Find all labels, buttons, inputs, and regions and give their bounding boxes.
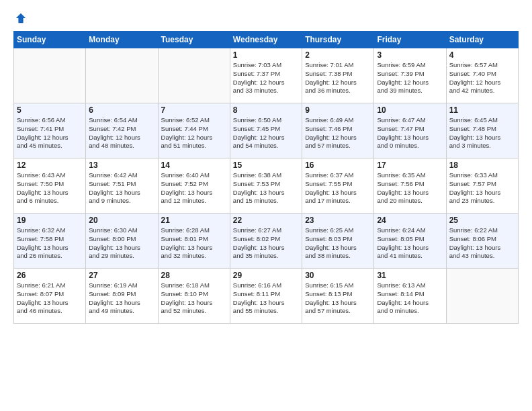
calendar-cell: 13Sunrise: 6:42 AM Sunset: 7:51 PM Dayli… [86, 158, 158, 214]
day-number: 4 [449, 50, 515, 60]
day-info: Sunrise: 6:13 AM Sunset: 8:14 PM Dayligh… [377, 281, 443, 316]
calendar-cell: 25Sunrise: 6:22 AM Sunset: 8:06 PM Dayli… [446, 214, 518, 269]
day-info: Sunrise: 6:33 AM Sunset: 7:57 PM Dayligh… [449, 171, 515, 205]
calendar-cell: 16Sunrise: 6:37 AM Sunset: 7:55 PM Dayli… [302, 158, 374, 214]
day-info: Sunrise: 6:24 AM Sunset: 8:05 PM Dayligh… [377, 226, 443, 261]
day-number: 10 [377, 105, 443, 115]
logo [13, 11, 27, 24]
calendar-cell: 4Sunrise: 6:57 AM Sunset: 7:40 PM Daylig… [446, 48, 518, 103]
calendar-cell: 10Sunrise: 6:47 AM Sunset: 7:47 PM Dayli… [374, 103, 446, 158]
day-info: Sunrise: 6:38 AM Sunset: 7:53 PM Dayligh… [233, 171, 299, 205]
header [13, 11, 519, 24]
svg-marker-0 [16, 13, 26, 23]
day-number: 28 [161, 271, 227, 280]
day-number: 2 [305, 50, 371, 60]
calendar-header-tuesday: Tuesday [158, 32, 230, 48]
calendar-cell: 7Sunrise: 6:52 AM Sunset: 7:44 PM Daylig… [158, 103, 230, 158]
calendar-cell: 29Sunrise: 6:16 AM Sunset: 8:11 PM Dayli… [230, 269, 302, 324]
day-number: 25 [449, 216, 515, 225]
calendar-cell [14, 48, 86, 103]
day-info: Sunrise: 6:49 AM Sunset: 7:46 PM Dayligh… [305, 116, 371, 150]
calendar-cell: 2Sunrise: 7:01 AM Sunset: 7:38 PM Daylig… [302, 48, 374, 103]
day-info: Sunrise: 6:22 AM Sunset: 8:06 PM Dayligh… [449, 226, 515, 261]
day-number: 18 [449, 161, 515, 170]
day-info: Sunrise: 6:28 AM Sunset: 8:01 PM Dayligh… [161, 226, 227, 261]
calendar-cell: 3Sunrise: 6:59 AM Sunset: 7:39 PM Daylig… [374, 48, 446, 103]
day-info: Sunrise: 6:21 AM Sunset: 8:07 PM Dayligh… [17, 281, 83, 316]
day-info: Sunrise: 6:59 AM Sunset: 7:39 PM Dayligh… [377, 61, 443, 95]
day-info: Sunrise: 6:25 AM Sunset: 8:03 PM Dayligh… [305, 226, 371, 261]
day-info: Sunrise: 6:45 AM Sunset: 7:48 PM Dayligh… [449, 116, 515, 150]
day-info: Sunrise: 7:03 AM Sunset: 7:37 PM Dayligh… [233, 61, 299, 95]
day-number: 11 [449, 105, 515, 115]
day-info: Sunrise: 6:50 AM Sunset: 7:45 PM Dayligh… [233, 116, 299, 150]
calendar-cell: 31Sunrise: 6:13 AM Sunset: 8:14 PM Dayli… [374, 269, 446, 324]
day-info: Sunrise: 6:52 AM Sunset: 7:44 PM Dayligh… [161, 116, 227, 150]
calendar-cell: 27Sunrise: 6:19 AM Sunset: 8:09 PM Dayli… [86, 269, 158, 324]
calendar-cell: 26Sunrise: 6:21 AM Sunset: 8:07 PM Dayli… [14, 269, 86, 324]
day-info: Sunrise: 6:57 AM Sunset: 7:40 PM Dayligh… [449, 61, 515, 95]
day-info: Sunrise: 6:32 AM Sunset: 7:58 PM Dayligh… [17, 226, 83, 261]
calendar-table: SundayMondayTuesdayWednesdayThursdayFrid… [13, 31, 519, 324]
calendar-header-row: SundayMondayTuesdayWednesdayThursdayFrid… [14, 32, 519, 48]
day-number: 19 [17, 216, 83, 225]
calendar-cell: 5Sunrise: 6:56 AM Sunset: 7:41 PM Daylig… [14, 103, 86, 158]
calendar-week-row: 5Sunrise: 6:56 AM Sunset: 7:41 PM Daylig… [14, 103, 519, 158]
day-number: 15 [233, 161, 299, 170]
calendar-cell: 23Sunrise: 6:25 AM Sunset: 8:03 PM Dayli… [302, 214, 374, 269]
day-number: 5 [17, 105, 83, 115]
calendar-cell: 1Sunrise: 7:03 AM Sunset: 7:37 PM Daylig… [230, 48, 302, 103]
calendar-header-saturday: Saturday [446, 32, 518, 48]
day-info: Sunrise: 6:43 AM Sunset: 7:50 PM Dayligh… [17, 171, 83, 205]
day-info: Sunrise: 6:27 AM Sunset: 8:02 PM Dayligh… [233, 226, 299, 261]
calendar-header-wednesday: Wednesday [230, 32, 302, 48]
day-number: 12 [17, 161, 83, 170]
day-number: 27 [89, 271, 154, 280]
day-number: 3 [377, 50, 443, 60]
calendar-cell: 30Sunrise: 6:15 AM Sunset: 8:13 PM Dayli… [302, 269, 374, 324]
calendar-cell: 22Sunrise: 6:27 AM Sunset: 8:02 PM Dayli… [230, 214, 302, 269]
calendar-week-row: 12Sunrise: 6:43 AM Sunset: 7:50 PM Dayli… [14, 158, 519, 214]
day-info: Sunrise: 6:18 AM Sunset: 8:10 PM Dayligh… [161, 281, 227, 316]
calendar-cell [446, 269, 518, 324]
calendar-header-monday: Monday [86, 32, 158, 48]
day-number: 29 [233, 271, 299, 280]
day-info: Sunrise: 6:56 AM Sunset: 7:41 PM Dayligh… [17, 116, 83, 150]
day-info: Sunrise: 6:15 AM Sunset: 8:13 PM Dayligh… [305, 281, 371, 316]
calendar-cell: 6Sunrise: 6:54 AM Sunset: 7:42 PM Daylig… [86, 103, 158, 158]
calendar-cell: 14Sunrise: 6:40 AM Sunset: 7:52 PM Dayli… [158, 158, 230, 214]
day-info: Sunrise: 6:30 AM Sunset: 8:00 PM Dayligh… [89, 226, 154, 261]
calendar-header-sunday: Sunday [14, 32, 86, 48]
day-info: Sunrise: 6:54 AM Sunset: 7:42 PM Dayligh… [89, 116, 154, 150]
day-info: Sunrise: 6:19 AM Sunset: 8:09 PM Dayligh… [89, 281, 154, 316]
logo-icon [15, 12, 27, 24]
day-number: 1 [233, 50, 299, 60]
calendar-cell: 11Sunrise: 6:45 AM Sunset: 7:48 PM Dayli… [446, 103, 518, 158]
calendar-cell [158, 48, 230, 103]
day-info: Sunrise: 7:01 AM Sunset: 7:38 PM Dayligh… [305, 61, 371, 95]
day-number: 9 [305, 105, 371, 115]
calendar-week-row: 1Sunrise: 7:03 AM Sunset: 7:37 PM Daylig… [14, 48, 519, 103]
calendar-week-row: 19Sunrise: 6:32 AM Sunset: 7:58 PM Dayli… [14, 214, 519, 269]
day-number: 30 [305, 271, 371, 280]
calendar-cell: 19Sunrise: 6:32 AM Sunset: 7:58 PM Dayli… [14, 214, 86, 269]
calendar-page: SundayMondayTuesdayWednesdayThursdayFrid… [0, 0, 532, 411]
day-number: 23 [305, 216, 371, 225]
calendar-cell: 9Sunrise: 6:49 AM Sunset: 7:46 PM Daylig… [302, 103, 374, 158]
day-info: Sunrise: 6:40 AM Sunset: 7:52 PM Dayligh… [161, 171, 227, 205]
day-info: Sunrise: 6:47 AM Sunset: 7:47 PM Dayligh… [377, 116, 443, 150]
calendar-cell [86, 48, 158, 103]
calendar-cell: 17Sunrise: 6:35 AM Sunset: 7:56 PM Dayli… [374, 158, 446, 214]
day-info: Sunrise: 6:37 AM Sunset: 7:55 PM Dayligh… [305, 171, 371, 205]
day-number: 14 [161, 161, 227, 170]
calendar-week-row: 26Sunrise: 6:21 AM Sunset: 8:07 PM Dayli… [14, 269, 519, 324]
calendar-cell: 21Sunrise: 6:28 AM Sunset: 8:01 PM Dayli… [158, 214, 230, 269]
day-number: 16 [305, 161, 371, 170]
day-number: 22 [233, 216, 299, 225]
day-number: 17 [377, 161, 443, 170]
calendar-header-thursday: Thursday [302, 32, 374, 48]
day-number: 7 [161, 105, 227, 115]
day-number: 21 [161, 216, 227, 225]
calendar-header-friday: Friday [374, 32, 446, 48]
day-number: 31 [377, 271, 443, 280]
